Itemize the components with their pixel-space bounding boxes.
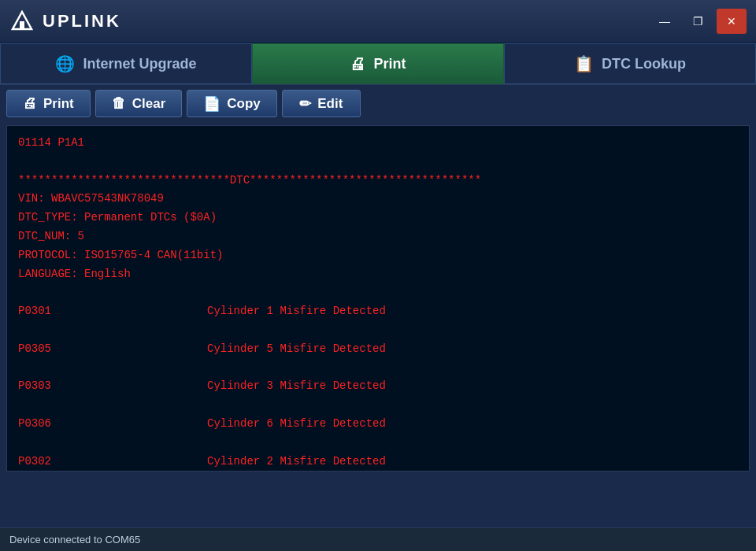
dtc-code-3: P0306 [18,415,207,434]
edit-button-label: Edit [317,96,343,112]
clear-button-label: Clear [132,96,166,112]
print-button-label: Print [43,96,74,112]
dtc-entry-4: P0302Cylinder 2 Misfire Detected [18,453,738,471]
content-area: 01114 P1A1 *****************************… [6,125,750,471]
toolbar: 🖨 Print 🗑 Clear 📄 Copy ✏ Edit [0,84,756,122]
close-button[interactable]: ✕ [717,9,747,34]
edit-button[interactable]: ✏ Edit [282,90,361,117]
app-title: UPLINK [43,11,121,31]
dtc-num-line: DTC_NUM: 5 [18,227,738,246]
dtc-code-1: P0305 [18,340,207,359]
tab-dtc-lookup[interactable]: 📋 DTC Lookup [504,43,756,84]
dtc-entry-0: P0301Cylinder 1 Misfire Detected [18,302,738,321]
status-text: Device connected to COM65 [9,534,140,545]
dtc-desc-0: Cylinder 1 Misfire Detected [207,302,386,321]
protocol-line: PROTOCOL: ISO15765-4 CAN(11bit) [18,246,738,265]
dtc-entries: P0301Cylinder 1 Misfire DetectedP0305Cyl… [18,302,738,471]
dtc-code-2: P0303 [18,377,207,396]
logo-area: UPLINK [9,9,121,34]
clear-button[interactable]: 🗑 Clear [95,90,183,117]
minimize-button[interactable]: — [650,9,679,33]
dtc-type-line: DTC_TYPE: Permanent DTCs ($0A) [18,209,738,227]
dtc-code-4: P0302 [18,453,207,471]
dtc-desc-1: Cylinder 5 Misfire Detected [207,340,386,359]
print-button-icon: 🖨 [23,95,37,112]
copy-button-icon: 📄 [203,95,220,113]
dtc-desc-3: Cylinder 6 Misfire Detected [207,415,386,434]
copy-button[interactable]: 📄 Copy [187,90,277,117]
prefix-line: 01114 P1A1 [18,134,738,153]
uplink-logo-icon [9,9,35,34]
internet-upgrade-icon: 🌐 [55,54,75,73]
dtc-entry-1: P0305Cylinder 5 Misfire Detected [18,340,738,359]
tab-internet-upgrade-label: Internet Upgrade [83,56,196,72]
dtc-desc-4: Cylinder 2 Misfire Detected [207,453,386,471]
dtc-desc-2: Cylinder 3 Misfire Detected [207,377,386,396]
dtc-header-line: ********************************DTC*****… [18,172,738,190]
status-bar: Device connected to COM65 [0,527,756,551]
clear-button-icon: 🗑 [112,95,126,112]
tab-bar: 🌐 Internet Upgrade 🖨 Print 📋 DTC Lookup [0,43,756,84]
tab-internet-upgrade[interactable]: 🌐 Internet Upgrade [0,43,252,84]
dtc-code-0: P0301 [18,302,207,321]
dtc-lookup-icon: 📋 [574,54,594,73]
copy-button-label: Copy [227,96,261,112]
tab-dtc-lookup-label: DTC Lookup [602,56,686,72]
title-bar: UPLINK — ❐ ✕ [0,0,756,43]
tab-print-label: Print [373,56,406,72]
print-button[interactable]: 🖨 Print [6,90,91,117]
dtc-entry-2: P0303Cylinder 3 Misfire Detected [18,377,738,396]
text-display[interactable]: 01114 P1A1 *****************************… [7,126,749,471]
print-tab-icon: 🖨 [350,55,365,73]
restore-button[interactable]: ❐ [684,9,712,33]
edit-button-icon: ✏ [299,95,311,113]
dtc-entry-3: P0306Cylinder 6 Misfire Detected [18,415,738,434]
vin-line: VIN: WBAVC57543NK78049 [18,190,738,209]
svg-rect-1 [20,21,24,29]
window-controls: — ❐ ✕ [650,9,747,34]
language-line: LANGUAGE: English [18,265,738,284]
tab-print[interactable]: 🖨 Print [252,43,504,84]
